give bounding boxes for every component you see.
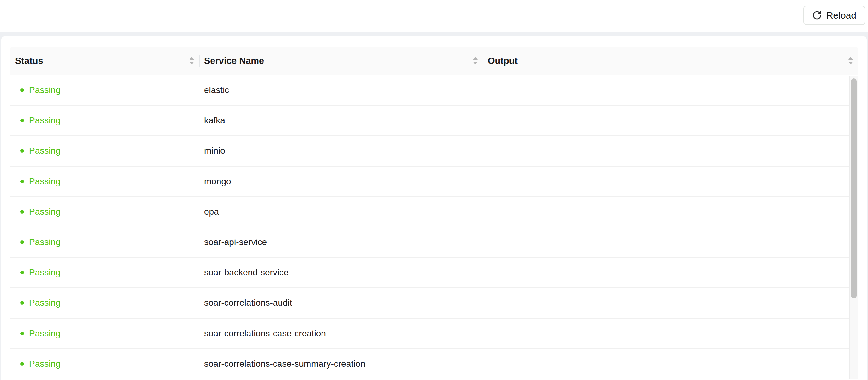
column-header-service-name[interactable]: Service Name [199,47,483,75]
status-label: Passing [29,115,61,125]
reload-button[interactable]: Reload [803,6,865,25]
column-header-status[interactable]: Status [10,47,199,75]
status-label: Passing [29,267,61,277]
table-row[interactable]: Passing minio [10,136,849,166]
status-dot-icon [20,240,24,244]
service-name-cell: soar-correlations-audit [199,298,483,308]
status-label: Passing [29,298,61,308]
service-name-cell: soar-correlations-case-creation [199,328,483,339]
service-name: mongo [204,176,231,186]
service-name-cell: opa [199,207,483,217]
status-dot-icon [20,301,24,305]
status-cell: Passing [10,115,199,125]
service-name-cell: soar-backend-service [199,267,483,277]
reload-icon [812,10,822,20]
table-row[interactable]: Passing soar-backend-service [10,258,849,288]
services-table: Status Service Name Output [10,47,858,379]
column-label-output: Output [488,56,518,66]
table-row[interactable]: Passing opa [10,197,849,227]
page-background: Status Service Name Output [0,32,868,380]
service-name: kafka [204,115,225,125]
status-label: Passing [29,237,61,247]
sort-icon[interactable] [189,57,194,64]
table-row[interactable]: Passing soar-correlations-case-summary-c… [10,349,849,379]
topbar: Reload [0,0,868,32]
status-label: Passing [29,359,61,369]
service-name: soar-correlations-case-creation [204,328,326,339]
status-cell: Passing [10,176,199,186]
table-row[interactable]: Passing kafka [10,106,849,136]
status-cell: Passing [10,328,199,339]
reload-button-label: Reload [826,10,856,21]
table-row[interactable]: Passing soar-correlations-audit [10,288,849,318]
table-header: Status Service Name Output [10,47,858,75]
status-dot-icon [20,88,24,92]
status-cell: Passing [10,207,199,217]
status-label: Passing [29,85,61,95]
status-cell: Passing [10,359,199,369]
column-label-service-name: Service Name [204,56,264,66]
status-cell: Passing [10,85,199,95]
service-name: minio [204,146,225,156]
service-name-cell: elastic [199,85,483,95]
status-label: Passing [29,146,61,156]
scrollbar-thumb[interactable] [851,79,857,298]
status-dot-icon [20,210,24,214]
service-name: soar-api-service [204,237,267,247]
service-name: soar-correlations-audit [204,298,292,308]
table-row[interactable]: Passing soar-correlations-case-creation [10,319,849,349]
sort-icon[interactable] [848,57,853,64]
status-cell: Passing [10,298,199,308]
status-cell: Passing [10,267,199,277]
status-label: Passing [29,207,61,217]
service-name: soar-backend-service [204,267,289,277]
services-card: Status Service Name Output [1,36,867,380]
service-name-cell: soar-api-service [199,237,483,247]
table-row[interactable]: Passing elastic [10,75,849,106]
sort-icon[interactable] [473,57,477,64]
column-header-output[interactable]: Output [483,47,858,75]
service-name-cell: mongo [199,176,483,186]
table-row[interactable]: Passing mongo [10,167,849,197]
service-name-cell: minio [199,146,483,156]
status-cell: Passing [10,237,199,247]
service-name: elastic [204,85,229,95]
status-dot-icon [20,271,24,274]
table-body: Passing elastic Passing k [10,75,849,379]
service-name-cell: kafka [199,115,483,125]
column-label-status: Status [15,56,43,66]
status-dot-icon [20,180,24,183]
status-dot-icon [20,332,24,335]
service-name: opa [204,207,219,217]
service-name: soar-correlations-case-summary-creation [204,359,365,369]
service-name-cell: soar-correlations-case-summary-creation [199,359,483,369]
status-label: Passing [29,176,61,186]
status-dot-icon [20,119,24,122]
scrollbar-track[interactable] [849,76,858,379]
status-cell: Passing [10,146,199,156]
table-row[interactable]: Passing soar-api-service [10,227,849,258]
status-dot-icon [20,149,24,153]
status-dot-icon [20,362,24,366]
status-label: Passing [29,328,61,339]
